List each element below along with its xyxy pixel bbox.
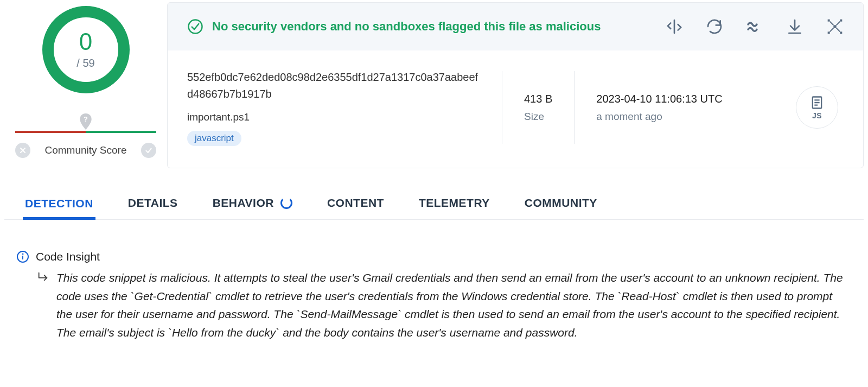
document-icon [809, 95, 825, 110]
file-hash: 552efb0dc7e62ded08c98d2e6355df1d27a1317c… [187, 69, 480, 103]
download-icon[interactable] [786, 18, 803, 35]
svg-rect-8 [833, 25, 836, 28]
analysis-relative-time: a moment ago [596, 111, 722, 123]
svg-rect-11 [828, 31, 830, 34]
analysis-date: 2023-04-10 11:06:13 UTC [596, 93, 722, 105]
svg-line-16 [837, 28, 840, 32]
pin-icon: ? [79, 113, 93, 131]
file-type-badge: JS [796, 86, 838, 129]
check-circle-icon [187, 18, 203, 35]
vote-positive-button[interactable] [141, 143, 156, 158]
vote-negative-button[interactable] [15, 143, 30, 158]
verdict-banner: No security vendors and no sandboxes fla… [168, 3, 863, 50]
file-size-value: 413 B [524, 93, 552, 105]
svg-rect-10 [840, 20, 842, 22]
verdict-text: No security vendors and no sandboxes fla… [212, 20, 601, 34]
tab-community[interactable]: COMMUNITY [522, 196, 599, 219]
svg-point-23 [23, 254, 23, 255]
reply-arrow-icon [37, 271, 49, 283]
svg-rect-12 [840, 31, 842, 34]
svg-line-14 [837, 22, 840, 26]
community-score-label: Community Score [45, 144, 127, 156]
svg-text:?: ? [84, 115, 88, 123]
svg-line-13 [830, 22, 834, 26]
score-panel: 0 / 59 ? [4, 2, 167, 168]
detection-score-ring: 0 / 59 [39, 2, 133, 97]
tab-bar: DETECTION DETAILS BEHAVIOR CONTENT TELEM… [4, 196, 864, 220]
tab-telemetry[interactable]: TELEMETRY [417, 196, 492, 219]
info-icon [16, 250, 29, 263]
svg-rect-9 [828, 20, 830, 22]
file-tag[interactable]: javascript [187, 131, 241, 146]
file-type-label: JS [812, 111, 822, 120]
graph-icon[interactable] [826, 18, 844, 35]
code-insight-body: This code snippet is malicious. It attem… [56, 269, 848, 341]
tab-content[interactable]: CONTENT [325, 196, 386, 219]
code-insight-section: Code Insight This code snippet is malici… [4, 250, 864, 341]
tab-behavior[interactable]: BEHAVIOR [210, 196, 295, 219]
tab-detection[interactable]: DETECTION [23, 197, 95, 220]
code-insight-title: Code Insight [36, 250, 100, 263]
tab-details[interactable]: DETAILS [126, 196, 180, 219]
file-detail-card: No security vendors and no sandboxes fla… [167, 2, 864, 168]
similar-icon[interactable] [746, 18, 763, 35]
reanalyze-icon[interactable] [706, 18, 723, 35]
compare-icon[interactable] [666, 18, 683, 35]
loading-spinner-icon [280, 197, 292, 209]
sentiment-gauge: ? [15, 113, 156, 133]
total-engines: / 59 [76, 57, 94, 69]
svg-point-4 [189, 20, 202, 34]
file-size-label: Size [524, 111, 552, 123]
file-name: important.ps1 [187, 111, 480, 123]
svg-line-15 [830, 28, 834, 32]
detections-count: 0 [79, 30, 92, 54]
